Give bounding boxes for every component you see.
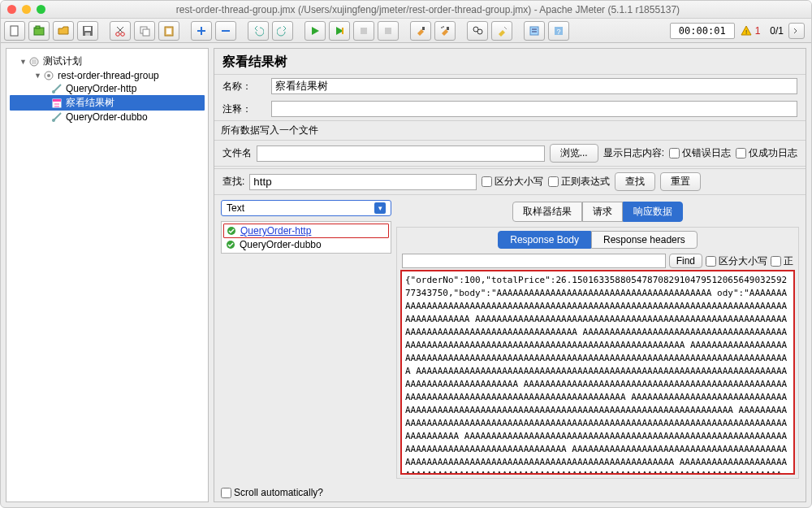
clear-all-button[interactable] xyxy=(434,21,456,41)
svg-line-26 xyxy=(504,27,507,29)
tree-item-0[interactable]: QueryOrder-http xyxy=(10,82,205,95)
svg-point-25 xyxy=(477,29,482,34)
cut-button[interactable] xyxy=(110,21,131,41)
svg-rect-2 xyxy=(36,26,40,28)
threadgroup-icon xyxy=(42,70,55,81)
tab-response-headers[interactable]: Response headers xyxy=(591,231,698,249)
name-label: 名称： xyxy=(222,80,271,93)
function-helper-button[interactable] xyxy=(524,21,545,41)
tab-response-data[interactable]: 响应数据 xyxy=(623,202,683,222)
browse-button[interactable]: 浏览... xyxy=(550,144,598,163)
name-input[interactable] xyxy=(271,78,797,94)
response-find-input[interactable] xyxy=(402,254,666,268)
zoom-window-icon[interactable] xyxy=(37,5,45,14)
search-label: 查找: xyxy=(222,175,244,189)
error-only-checkbox[interactable]: 仅错误日志 xyxy=(669,146,731,160)
comment-label: 注释： xyxy=(222,102,271,116)
test-plan-tree[interactable]: ▼ 测试计划 ▼ rest-order-thread-group QueryOr… xyxy=(6,48,209,502)
svg-rect-19 xyxy=(385,28,391,34)
filename-label: 文件名 xyxy=(222,146,252,160)
svg-text:!: ! xyxy=(745,28,747,36)
svg-rect-21 xyxy=(447,27,449,30)
response-body-text[interactable]: {"orderNo":100,"totalPrice":26.150163358… xyxy=(400,270,795,475)
help-button[interactable]: ? xyxy=(548,21,569,41)
search-input[interactable] xyxy=(249,174,477,190)
paste-button[interactable] xyxy=(158,21,179,41)
render-dropdown-value: Text xyxy=(227,202,244,214)
warning-icon: ! xyxy=(740,24,753,37)
svg-rect-13 xyxy=(166,28,171,34)
search-button[interactable] xyxy=(467,21,488,41)
results-tree-icon xyxy=(50,98,63,109)
sample-item-label: QueryOrder-http xyxy=(240,225,311,237)
tree-root[interactable]: ▼ 测试计划 xyxy=(10,54,205,69)
svg-point-6 xyxy=(116,32,120,36)
svg-point-23 xyxy=(443,26,444,28)
sample-item-label: QueryOrder-dubbo xyxy=(240,239,322,250)
undo-button[interactable] xyxy=(248,21,269,41)
close-window-icon[interactable] xyxy=(7,5,16,14)
clear-button[interactable] xyxy=(410,21,431,41)
shutdown-button[interactable] xyxy=(378,21,399,41)
collapse-icon[interactable]: ▼ xyxy=(19,58,28,66)
main-panel: 察看结果树 名称： 注释： 所有数据写入一个文件 文件名 浏览... 显示日志内… xyxy=(214,48,806,502)
reset-search-button[interactable] xyxy=(491,21,512,41)
log-display-label: 显示日志内容: xyxy=(603,146,664,160)
minimize-window-icon[interactable] xyxy=(22,5,31,14)
reset-button[interactable]: 重置 xyxy=(660,172,701,191)
tree-thread-group[interactable]: ▼ rest-order-thread-group xyxy=(10,69,205,82)
main-toolbar: ? 00:00:01 ! 1 0/1 xyxy=(1,19,811,43)
svg-rect-0 xyxy=(11,26,18,36)
templates-button[interactable] xyxy=(28,21,50,41)
tab-response-body[interactable]: Response Body xyxy=(498,231,591,249)
response-case-checkbox[interactable]: 区分大小写 xyxy=(706,254,767,268)
thread-count: 0/1 xyxy=(770,25,784,37)
expand-tree-button[interactable] xyxy=(788,23,805,39)
collapse-icon[interactable]: ▼ xyxy=(34,72,42,80)
svg-point-42 xyxy=(52,119,55,122)
redo-button[interactable] xyxy=(272,21,293,41)
panel-title: 察看结果树 xyxy=(214,49,806,75)
open-file-button[interactable] xyxy=(53,21,74,41)
remove-button[interactable] xyxy=(215,21,236,41)
find-button[interactable]: 查找 xyxy=(615,172,655,191)
save-file-button[interactable] xyxy=(77,21,98,41)
tree-item-2[interactable]: QueryOrder-dubbo xyxy=(10,111,205,124)
regex-checkbox[interactable]: 正则表达式 xyxy=(548,175,610,189)
tree-item-label: 察看结果树 xyxy=(66,96,114,110)
svg-rect-20 xyxy=(422,27,425,30)
comment-input[interactable] xyxy=(271,101,797,117)
svg-rect-4 xyxy=(84,27,91,31)
start-button[interactable] xyxy=(304,21,326,41)
window-titlebar: rest-order-thread-group.jmx (/Users/xuji… xyxy=(1,1,811,19)
filename-input[interactable] xyxy=(257,145,545,162)
response-find-button[interactable]: Find xyxy=(669,254,702,268)
warning-count[interactable]: ! 1 xyxy=(740,24,761,37)
stop-button[interactable] xyxy=(353,21,374,41)
response-regex-checkbox[interactable]: 正 xyxy=(771,254,793,268)
render-dropdown[interactable]: Text ▾ xyxy=(221,200,391,216)
testplan-icon xyxy=(28,56,41,67)
sample-item-1[interactable]: QueryOrder-dubbo xyxy=(223,238,389,251)
svg-rect-39 xyxy=(53,99,61,102)
svg-point-37 xyxy=(52,90,55,93)
add-button[interactable] xyxy=(191,21,212,41)
copy-button[interactable] xyxy=(134,21,155,41)
svg-point-7 xyxy=(121,32,125,36)
tree-item-1[interactable]: 察看结果树 xyxy=(10,95,205,111)
tree-root-label: 测试计划 xyxy=(43,54,82,68)
sample-list[interactable]: QueryOrder-http QueryOrder-dubbo xyxy=(221,221,391,254)
sample-item-0[interactable]: QueryOrder-http xyxy=(223,224,389,238)
chevron-updown-icon: ▾ xyxy=(374,202,386,214)
new-file-button[interactable] xyxy=(4,21,25,41)
case-sensitive-checkbox[interactable]: 区分大小写 xyxy=(482,175,543,189)
start-no-timers-button[interactable] xyxy=(329,21,350,41)
elapsed-timer: 00:00:01 xyxy=(670,23,735,39)
tab-sampler-result[interactable]: 取样器结果 xyxy=(512,202,582,222)
window-title: rest-order-thread-group.jmx (/Users/xuji… xyxy=(51,4,805,15)
scroll-auto-checkbox[interactable]: Scroll automatically? xyxy=(221,487,323,498)
success-icon xyxy=(226,225,237,237)
success-only-checkbox[interactable]: 仅成功日志 xyxy=(736,146,797,160)
tab-request[interactable]: 请求 xyxy=(582,202,623,222)
svg-point-22 xyxy=(441,27,443,28)
